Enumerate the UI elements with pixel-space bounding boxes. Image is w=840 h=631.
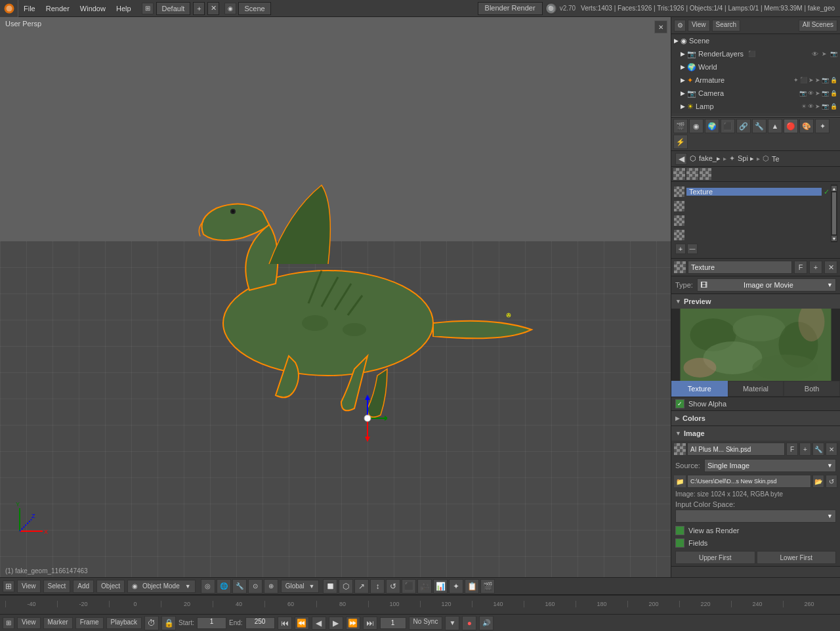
preview-tab-material[interactable]: Material xyxy=(728,381,784,397)
slot-minus-icon[interactable]: — xyxy=(687,244,698,254)
proportional-icon[interactable]: ⊙ xyxy=(248,579,262,594)
preview-tab-both[interactable]: Both xyxy=(784,381,840,397)
tool8-icon[interactable]: 📊 xyxy=(433,579,448,594)
select-menu[interactable]: Select xyxy=(43,580,71,593)
colors-header[interactable]: ▶ Colors xyxy=(671,411,840,425)
outliner-settings-icon[interactable]: ⚙ xyxy=(674,20,686,32)
no-sync-button[interactable]: No Sync xyxy=(409,617,443,630)
step-back-button[interactable]: ⏪ xyxy=(295,617,309,630)
jump-to-start-button[interactable]: ⏮ xyxy=(278,617,292,630)
prop-object-icon[interactable]: ⬛ xyxy=(721,119,735,133)
texture-slot-3[interactable] xyxy=(674,213,830,228)
start-frame-input[interactable]: 1 xyxy=(197,617,226,629)
texture-name-input[interactable] xyxy=(688,261,792,274)
texture-slot-active[interactable]: Texture ✓ xyxy=(674,185,830,199)
mode-header-icon[interactable]: ⊞ xyxy=(3,580,14,592)
prop-particles-icon[interactable]: ✦ xyxy=(815,119,830,133)
outliner-item-renderlayers[interactable]: ▶ 📷 RenderLayers ⬛ 👁 ➤ 📷 xyxy=(671,47,840,60)
texture-remove-button[interactable]: ✕ xyxy=(824,261,837,274)
tool2-icon[interactable]: ⬡ xyxy=(339,579,353,594)
image-extra-button1[interactable]: 🔧 xyxy=(812,443,824,456)
slot-scroll-thumb[interactable] xyxy=(832,192,836,234)
scene-button[interactable]: Scene xyxy=(238,2,270,15)
workspace-remove[interactable]: ✕ xyxy=(207,2,219,15)
prop-data-icon[interactable]: ▲ xyxy=(768,119,782,133)
filepath-reload-button[interactable]: ↺ xyxy=(826,475,837,488)
jump-to-end-button[interactable]: ⏭ xyxy=(363,617,377,630)
sync-arrow-icon[interactable]: ▼ xyxy=(445,616,459,630)
image-f-button[interactable]: F xyxy=(786,443,798,456)
prop-render-icon[interactable]: 🎬 xyxy=(673,119,688,133)
prop-texture-icon[interactable]: 🎨 xyxy=(799,119,814,133)
outliner-item-world[interactable]: ▶ 🌍 World xyxy=(671,60,840,74)
global-icon[interactable]: 🌐 xyxy=(217,579,231,594)
texture-slot-4[interactable] xyxy=(674,228,830,242)
tool9-icon[interactable]: ✦ xyxy=(449,579,463,594)
global-select[interactable]: Global ▼ xyxy=(281,580,320,593)
view-button[interactable]: View xyxy=(688,20,710,32)
filepath-input[interactable] xyxy=(687,475,811,488)
snap-icon[interactable]: 🔧 xyxy=(232,579,247,594)
play-back-button[interactable]: ◀ xyxy=(312,617,326,630)
tool4-icon[interactable]: ↕ xyxy=(370,579,385,594)
record-button[interactable]: ● xyxy=(462,616,476,630)
image-extra-button2[interactable]: ✕ xyxy=(826,443,837,456)
object-mode-select[interactable]: ◉ Object Mode ▼ xyxy=(127,580,196,593)
image-name-input[interactable] xyxy=(687,443,785,456)
outliner-item-lamp[interactable]: ▶ ☀ Lamp ☀ 👁 ➤ 📷 🔒 xyxy=(671,100,840,113)
timeline-view-btn[interactable]: View xyxy=(17,617,41,629)
outliner-item-camera[interactable]: ▶ 📷 Camera 📷 👁 ➤ 📷 🔒 xyxy=(671,87,840,100)
image-header[interactable]: ▼ Image xyxy=(671,426,840,441)
audio-icon[interactable]: 🔊 xyxy=(479,616,494,630)
color-space-select[interactable]: ▼ xyxy=(675,510,836,523)
engine-button[interactable]: Blender Render xyxy=(478,2,543,15)
tool10-icon[interactable]: 📋 xyxy=(465,579,479,594)
prop-material-icon[interactable]: 🔴 xyxy=(784,119,798,133)
tool7-icon[interactable]: 🎥 xyxy=(417,579,432,594)
breadcrumb-part1[interactable]: fake_▸ xyxy=(699,154,721,163)
prop-physics-icon[interactable]: ⚡ xyxy=(673,135,688,149)
source-select[interactable]: Single Image ▼ xyxy=(704,459,836,472)
slot-scroll-down[interactable]: ▼ xyxy=(831,236,837,241)
menu-render[interactable]: Render xyxy=(41,0,75,16)
texture-f-button[interactable]: F xyxy=(794,261,807,274)
timeline-frame-btn[interactable]: Frame xyxy=(75,617,104,629)
menu-help[interactable]: Help xyxy=(111,0,136,16)
play-forward-button[interactable]: ▶ xyxy=(329,617,343,630)
menu-file[interactable]: File xyxy=(18,0,41,16)
slot-add-icon[interactable]: + xyxy=(675,244,686,254)
workspace-button[interactable]: Default xyxy=(156,2,191,15)
type-select[interactable]: 🎞 Image or Movie ▼ xyxy=(697,278,836,292)
pivot2-icon[interactable]: ⊕ xyxy=(264,579,278,594)
image-new-button[interactable]: + xyxy=(799,443,811,456)
view-as-render-checkbox[interactable] xyxy=(675,526,684,535)
lower-first-button[interactable]: Lower First xyxy=(757,551,837,564)
upper-first-button[interactable]: Upper First xyxy=(675,551,755,564)
workspace-add[interactable]: + xyxy=(193,2,205,15)
outliner-item-armature[interactable]: ▶ ✦ Armature ✦ ⬛ ➤ ➤ 📷 🔒 xyxy=(671,74,840,87)
breadcrumb-part3[interactable]: Te xyxy=(772,155,780,163)
menu-window[interactable]: Window xyxy=(75,0,111,16)
filepath-browse-button[interactable]: 📂 xyxy=(812,475,824,488)
view-menu[interactable]: View xyxy=(17,580,41,593)
tool3-icon[interactable]: ↗ xyxy=(354,579,369,594)
add-menu[interactable]: Add xyxy=(73,580,94,593)
timeline-playback-btn[interactable]: Playback xyxy=(106,617,142,629)
eye-icon-renderlayer[interactable]: 👁 xyxy=(812,51,818,58)
search-button[interactable]: Search xyxy=(712,20,741,32)
preview-header[interactable]: ▼ Preview xyxy=(671,294,840,309)
timeline-header-icon[interactable]: ⊞ xyxy=(3,617,14,629)
all-scenes-button[interactable]: All Scenes xyxy=(799,20,837,32)
tool5-icon[interactable]: ↺ xyxy=(386,579,400,594)
prop-modifiers-icon[interactable]: 🔧 xyxy=(752,119,766,133)
prop-constraints-icon[interactable]: 🔗 xyxy=(736,119,751,133)
step-forward-button[interactable]: ⏩ xyxy=(346,617,360,630)
texture-slot-2[interactable] xyxy=(674,199,830,213)
outliner-item-scene[interactable]: ▶ ◉ Scene xyxy=(671,34,840,47)
prop-scene-icon[interactable]: ◉ xyxy=(689,119,704,133)
show-alpha-checkbox[interactable] xyxy=(675,399,684,408)
prop-world-icon[interactable]: 🌍 xyxy=(705,119,719,133)
texture-new-button[interactable]: + xyxy=(809,261,822,274)
timeline-marker-btn[interactable]: Marker xyxy=(43,617,73,629)
tool11-icon[interactable]: 🎬 xyxy=(480,579,495,594)
